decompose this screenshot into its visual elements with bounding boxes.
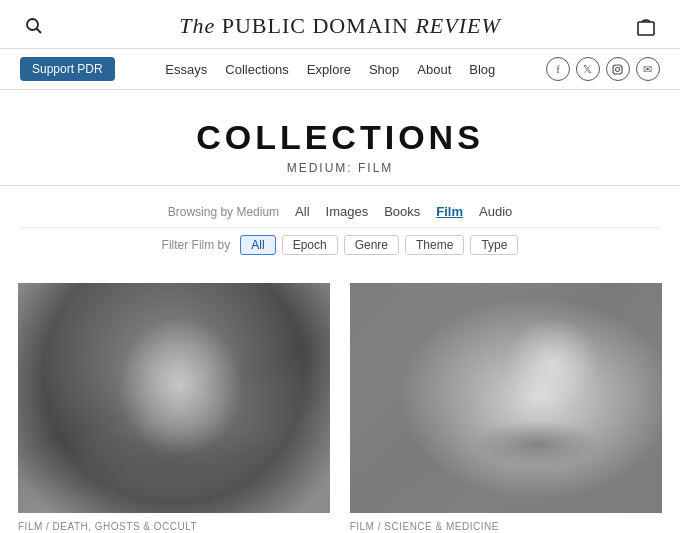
nav-shop[interactable]: Shop [369,62,399,77]
nav-about[interactable]: About [417,62,451,77]
support-button[interactable]: Support PDR [20,57,115,81]
svg-point-4 [616,67,620,71]
card-2[interactable]: FILM / Science & Medicine Coughs, Sneeze… [350,283,662,533]
filter-film[interactable]: Film [436,204,463,219]
filter-audio[interactable]: Audio [479,204,512,219]
medium-filter-label: Browsing by Medium [168,205,279,219]
nav-explore[interactable]: Explore [307,62,351,77]
facebook-icon[interactable]: f [546,57,570,81]
nav-essays[interactable]: Essays [165,62,207,77]
filter-images[interactable]: Images [326,204,369,219]
shopping-bag-icon[interactable] [632,12,660,40]
card-2-meta: FILM / Science & Medicine [350,521,662,532]
sub-filter-label: Filter Film by [162,238,231,252]
page-title: COLLECTIONS [20,118,660,157]
page-subtitle: MEDIUM: FILM [20,161,660,175]
filter-section: Browsing by Medium All Images Books Film… [0,186,680,265]
nav-bar: Support PDR Essays Collections Explore S… [0,49,680,90]
filter-all[interactable]: All [295,204,309,219]
svg-point-0 [27,19,38,30]
medium-filter-bar: Browsing by Medium All Images Books Film… [20,196,660,228]
email-icon[interactable]: ✉ [636,57,660,81]
site-logo[interactable]: The PUBLIC DOMAIN REVIEW [48,13,632,39]
instagram-icon[interactable] [606,57,630,81]
social-icons: f 𝕏 ✉ [546,57,660,81]
svg-point-5 [620,66,621,67]
nav-blog[interactable]: Blog [469,62,495,77]
site-header: The PUBLIC DOMAIN REVIEW [0,0,680,49]
card-1-meta: FILM / Death, Ghosts & Occult [18,521,330,532]
search-icon[interactable] [20,12,48,40]
svg-rect-2 [638,22,654,35]
nav-links: Essays Collections Explore Shop About Bl… [165,62,495,77]
cards-grid: FILM / Death, Ghosts & Occult George A. … [0,265,680,533]
twitter-icon[interactable]: 𝕏 [576,57,600,81]
card-1-image [18,283,330,513]
sub-filter-theme[interactable]: Theme [405,235,464,255]
sub-filter-bar: Filter Film by All Epoch Genre Theme Typ… [20,228,660,265]
sub-filter-type[interactable]: Type [470,235,518,255]
sub-filter-genre[interactable]: Genre [344,235,399,255]
filter-books[interactable]: Books [384,204,420,219]
sub-filter-epoch[interactable]: Epoch [282,235,338,255]
svg-line-1 [37,29,42,34]
card-2-image [350,283,662,513]
sub-filter-all[interactable]: All [240,235,275,255]
page-title-section: COLLECTIONS MEDIUM: FILM [0,90,680,186]
svg-rect-3 [613,65,622,74]
card-1[interactable]: FILM / Death, Ghosts & Occult George A. … [18,283,330,533]
nav-collections[interactable]: Collections [225,62,289,77]
